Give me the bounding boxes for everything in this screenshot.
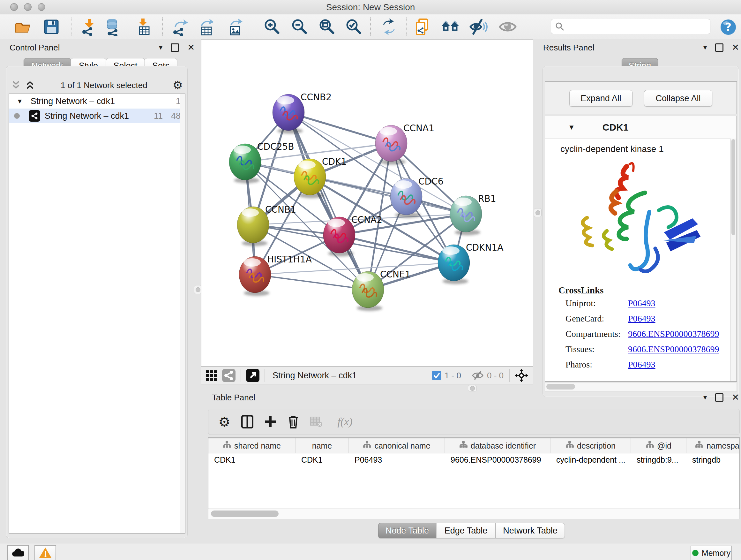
export-table-icon[interactable] <box>197 17 216 36</box>
expand-all-icon[interactable] <box>24 80 36 90</box>
function-builder-icon: f(x) <box>332 415 358 429</box>
window-title: Session: New Session <box>0 2 741 12</box>
table-hscrollbar[interactable] <box>208 509 740 519</box>
results-scrollbar[interactable] <box>731 138 737 381</box>
section-collapse-icon[interactable]: ▼ <box>568 123 575 132</box>
tab-network-table[interactable]: Network Table <box>495 523 565 538</box>
column-header--id[interactable]: @id <box>631 438 686 453</box>
network-node-CCNA1[interactable]: CCNA1 <box>375 123 434 165</box>
network-edge-count: 48 <box>171 111 181 121</box>
apply-layout-icon[interactable] <box>380 17 398 36</box>
crosslink-value[interactable]: P06493 <box>628 298 656 314</box>
splitter-handle[interactable] <box>194 285 202 294</box>
memory-button[interactable]: Memory <box>690 546 732 560</box>
import-network-file-icon[interactable] <box>79 17 98 36</box>
network-row-selected[interactable]: String Network – cdk1 11 48 <box>9 109 185 123</box>
network-node-CCNB1[interactable]: CCNB1 <box>237 204 296 246</box>
crosslink-value[interactable]: 9606.ENSP00000378699 <box>628 344 719 360</box>
show-graphics-details-icon[interactable] <box>498 17 517 36</box>
table-cell[interactable]: CDK1 <box>208 453 295 466</box>
node-section-header[interactable]: ▼ CDK1 <box>545 116 737 139</box>
float-panel-icon[interactable]: ▾ <box>703 44 707 52</box>
tab-node-table[interactable]: Node Table <box>378 523 436 538</box>
hidden-counts: 0 - 0 <box>487 371 503 381</box>
table-settings-gear-icon[interactable]: ⚙ <box>217 415 231 429</box>
show-columns-icon[interactable] <box>240 415 254 429</box>
table-cell[interactable]: cyclin-dependent ... <box>550 453 631 466</box>
column-header-namespace[interactable]: namespace <box>686 438 740 453</box>
collapse-all-button[interactable]: Collapse All <box>644 90 712 107</box>
network-edge-CCNE1-HIST1H1A[interactable] <box>255 274 368 290</box>
birdseye-grid-icon[interactable] <box>204 368 219 382</box>
view-network-title: String Network – cdk1 <box>273 371 357 381</box>
network-node-CDKN1A[interactable]: CDKN1A <box>438 242 503 284</box>
table-cell[interactable]: 9606.ENSP00000378699 <box>445 453 550 466</box>
hidden-eye-icon[interactable] <box>472 370 484 381</box>
zoom-in-icon[interactable] <box>263 17 281 36</box>
save-session-icon[interactable] <box>42 17 61 36</box>
table-cell[interactable]: CDK1 <box>295 453 349 466</box>
column-header-shared-name[interactable]: shared name <box>208 438 295 453</box>
crosslink-value[interactable]: P06493 <box>628 360 656 375</box>
cloud-status-button[interactable] <box>7 545 29 560</box>
collapse-all-icon[interactable] <box>10 80 21 90</box>
help-icon[interactable]: ? <box>720 19 737 37</box>
node-label-CCNA1: CCNA1 <box>403 123 434 133</box>
tree-column-icon <box>459 441 468 450</box>
pan-crosshair-icon[interactable] <box>514 368 529 383</box>
network-node-CDC25B[interactable]: CDC25B <box>229 141 294 183</box>
network-type-badge-icon[interactable] <box>221 368 236 382</box>
close-panel-icon[interactable]: ✕ <box>187 42 195 53</box>
network-node-CDK1[interactable]: CDK1 <box>294 157 347 198</box>
network-canvas[interactable]: CCNB2CCNA1CDC25BCDK1CDC6RB1CCNB1CCNA2CDK… <box>201 39 533 367</box>
export-image-icon[interactable] <box>226 17 245 36</box>
network-view-toolbar: String Network – cdk1 1 - 0 0 - 0 <box>201 367 533 384</box>
delete-column-icon[interactable] <box>286 415 300 429</box>
column-header-description[interactable]: description <box>550 438 631 453</box>
selected-checkbox-icon[interactable] <box>432 371 441 380</box>
close-panel-icon[interactable]: ✕ <box>732 42 739 53</box>
warnings-button[interactable] <box>35 545 56 560</box>
column-header-canonical-name[interactable]: canonical name <box>349 438 445 453</box>
zoom-fit-icon[interactable] <box>318 17 336 36</box>
column-header-database-identifier[interactable]: database identifier <box>445 438 550 453</box>
clone-network-icon[interactable] <box>414 17 432 36</box>
maximize-panel-icon[interactable] <box>171 44 179 52</box>
float-panel-icon[interactable]: ▾ <box>703 393 707 401</box>
table-cell[interactable]: stringdb <box>686 453 740 466</box>
maximize-panel-icon[interactable] <box>715 44 724 52</box>
table-cell[interactable]: P06493 <box>349 453 445 466</box>
hide-selected-icon[interactable] <box>469 17 488 36</box>
import-network-database-icon[interactable] <box>104 17 122 36</box>
node-label-CCNA2: CCNA2 <box>351 214 382 225</box>
import-table-icon[interactable] <box>134 17 152 36</box>
zoom-selected-icon[interactable] <box>345 17 363 36</box>
network-list-scrollbar[interactable] <box>180 94 185 533</box>
create-column-icon[interactable] <box>263 415 277 429</box>
collection-name: String Network – cdk1 <box>30 97 176 106</box>
table-row[interactable]: CDK1CDK1P064939606.ENSP00000378699cyclin… <box>208 453 739 466</box>
tree-expander-icon[interactable]: ▼ <box>17 98 23 105</box>
network-node-CCNB2[interactable]: CCNB2 <box>273 92 332 134</box>
open-session-icon[interactable] <box>13 17 32 36</box>
float-panel-icon[interactable]: ▾ <box>159 44 162 52</box>
column-header-name[interactable]: name <box>295 438 349 453</box>
table-cell[interactable]: stringdb:9... <box>631 453 686 466</box>
network-node-CCNE1[interactable]: CCNE1 <box>352 269 411 311</box>
network-node-HIST1H1A[interactable]: HIST1H1A <box>239 254 312 296</box>
network-node-RB1[interactable]: RB1 <box>450 193 496 235</box>
search-input[interactable] <box>564 21 700 32</box>
crosslink-value[interactable]: 9606.ENSP00000378699 <box>628 329 719 344</box>
export-network-icon[interactable] <box>171 17 189 36</box>
expand-all-button[interactable]: Expand All <box>569 90 632 107</box>
network-options-gear-icon[interactable]: ⚙ <box>173 78 183 92</box>
svg-text:?: ? <box>725 20 731 33</box>
zoom-out-icon[interactable] <box>290 17 309 36</box>
crosslink-value[interactable]: P06493 <box>628 314 656 329</box>
open-in-window-icon[interactable] <box>246 368 260 382</box>
maximize-panel-icon[interactable] <box>715 393 724 401</box>
network-collection-row[interactable]: ▼ String Network – cdk1 1 <box>9 94 185 109</box>
first-neighbors-icon[interactable] <box>441 17 460 36</box>
tab-edge-table[interactable]: Edge Table <box>436 523 495 538</box>
close-panel-icon[interactable]: ✕ <box>732 392 739 402</box>
